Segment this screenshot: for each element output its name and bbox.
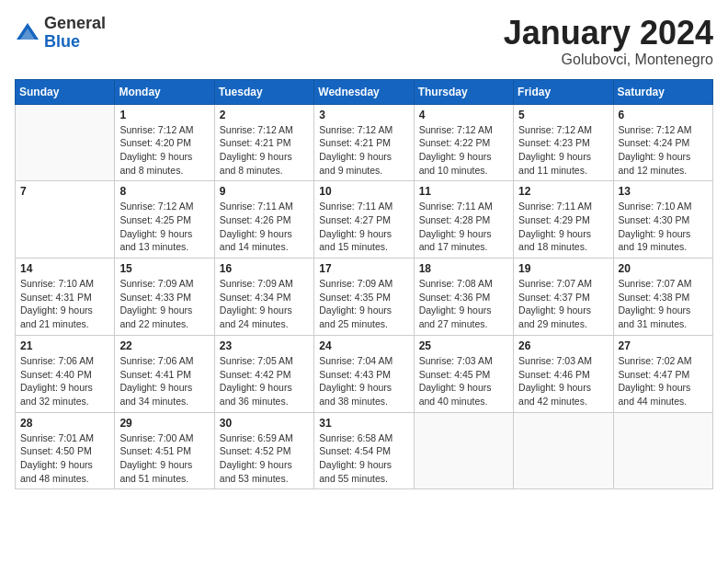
- day-info: Sunrise: 7:01 AMSunset: 4:50 PMDaylight:…: [20, 431, 109, 486]
- table-row: 3Sunrise: 7:12 AMSunset: 4:21 PMDaylight…: [314, 104, 414, 181]
- day-number: 12: [518, 185, 608, 198]
- table-row: 27Sunrise: 7:02 AMSunset: 4:47 PMDayligh…: [613, 335, 712, 412]
- day-number: 1: [119, 109, 209, 121]
- table-row: 25Sunrise: 7:03 AMSunset: 4:45 PMDayligh…: [414, 335, 513, 412]
- table-row: 21Sunrise: 7:06 AMSunset: 4:40 PMDayligh…: [16, 335, 115, 412]
- day-number: 2: [220, 109, 309, 121]
- day-info: Sunrise: 7:09 AMSunset: 4:34 PMDaylight:…: [220, 277, 309, 331]
- day-number: 18: [419, 262, 508, 275]
- table-row: 28Sunrise: 7:01 AMSunset: 4:50 PMDayligh…: [16, 412, 115, 489]
- table-row: 6Sunrise: 7:12 AMSunset: 4:24 PMDaylight…: [613, 104, 712, 181]
- calendar-week-row: 21Sunrise: 7:06 AMSunset: 4:40 PMDayligh…: [16, 335, 713, 412]
- table-row: 17Sunrise: 7:09 AMSunset: 4:35 PMDayligh…: [314, 259, 414, 336]
- day-number: 26: [518, 339, 608, 352]
- logo: General Blue: [15, 15, 106, 52]
- day-info: Sunrise: 7:03 AMSunset: 4:45 PMDaylight:…: [419, 354, 508, 408]
- day-number: 10: [319, 185, 408, 198]
- day-number: 29: [119, 417, 209, 430]
- day-info: Sunrise: 7:12 AMSunset: 4:21 PMDaylight:…: [319, 123, 408, 178]
- day-number: 14: [20, 262, 109, 275]
- table-row: 29Sunrise: 7:00 AMSunset: 4:51 PMDayligh…: [115, 412, 214, 489]
- day-info: Sunrise: 6:59 AMSunset: 4:52 PMDaylight:…: [220, 431, 309, 486]
- day-info: Sunrise: 7:12 AMSunset: 4:23 PMDaylight:…: [518, 123, 608, 178]
- day-number: 17: [319, 262, 408, 275]
- day-number: 19: [518, 262, 608, 275]
- day-number: 6: [619, 109, 708, 121]
- day-number: 31: [319, 417, 408, 430]
- col-wednesday: Wednesday: [314, 79, 414, 104]
- table-row: 24Sunrise: 7:04 AMSunset: 4:43 PMDayligh…: [314, 335, 414, 412]
- day-info: Sunrise: 7:11 AMSunset: 4:29 PMDaylight:…: [518, 200, 608, 254]
- month-title: January 2024: [504, 15, 713, 52]
- day-info: Sunrise: 7:06 AMSunset: 4:40 PMDaylight:…: [20, 354, 109, 408]
- day-info: Sunrise: 7:00 AMSunset: 4:51 PMDaylight:…: [119, 431, 209, 486]
- day-info: Sunrise: 7:08 AMSunset: 4:36 PMDaylight:…: [419, 277, 508, 331]
- day-info: Sunrise: 7:12 AMSunset: 4:25 PMDaylight:…: [119, 200, 209, 254]
- table-row: [514, 412, 613, 489]
- table-row: 22Sunrise: 7:06 AMSunset: 4:41 PMDayligh…: [115, 335, 214, 412]
- col-monday: Monday: [115, 79, 214, 104]
- day-info: Sunrise: 7:12 AMSunset: 4:21 PMDaylight:…: [220, 123, 309, 178]
- day-info: Sunrise: 7:11 AMSunset: 4:27 PMDaylight:…: [319, 200, 408, 254]
- calendar-table: Sunday Monday Tuesday Wednesday Thursday…: [15, 79, 713, 490]
- table-row: 5Sunrise: 7:12 AMSunset: 4:23 PMDaylight…: [514, 104, 613, 181]
- day-info: Sunrise: 7:10 AMSunset: 4:31 PMDaylight:…: [20, 277, 109, 331]
- col-saturday: Saturday: [613, 79, 712, 104]
- day-number: 21: [20, 339, 109, 352]
- calendar-week-row: 1Sunrise: 7:12 AMSunset: 4:20 PMDaylight…: [16, 104, 713, 181]
- day-number: 20: [619, 262, 708, 275]
- day-number: 5: [518, 109, 608, 121]
- day-info: Sunrise: 7:11 AMSunset: 4:28 PMDaylight:…: [419, 200, 508, 254]
- day-number: 28: [20, 417, 109, 430]
- calendar-week-row: 78Sunrise: 7:12 AMSunset: 4:25 PMDayligh…: [16, 181, 713, 259]
- day-number: 3: [319, 109, 408, 121]
- day-number: 16: [220, 262, 309, 275]
- logo-blue: Blue: [44, 33, 106, 52]
- table-row: 31Sunrise: 6:58 AMSunset: 4:54 PMDayligh…: [314, 412, 414, 489]
- day-info: Sunrise: 7:12 AMSunset: 4:24 PMDaylight:…: [619, 123, 708, 178]
- table-row: 26Sunrise: 7:03 AMSunset: 4:46 PMDayligh…: [514, 335, 613, 412]
- table-row: 23Sunrise: 7:05 AMSunset: 4:42 PMDayligh…: [214, 335, 313, 412]
- day-number: 30: [220, 417, 309, 430]
- day-info: Sunrise: 7:09 AMSunset: 4:35 PMDaylight:…: [319, 277, 408, 331]
- day-info: Sunrise: 7:11 AMSunset: 4:26 PMDaylight:…: [220, 200, 309, 254]
- table-row: 16Sunrise: 7:09 AMSunset: 4:34 PMDayligh…: [214, 259, 313, 336]
- table-row: 30Sunrise: 6:59 AMSunset: 4:52 PMDayligh…: [214, 412, 313, 489]
- day-number: 15: [119, 262, 209, 275]
- table-row: [613, 412, 712, 489]
- day-info: Sunrise: 7:12 AMSunset: 4:20 PMDaylight:…: [119, 123, 209, 178]
- table-row: 9Sunrise: 7:11 AMSunset: 4:26 PMDaylight…: [214, 181, 313, 259]
- day-info: Sunrise: 7:09 AMSunset: 4:33 PMDaylight:…: [119, 277, 209, 331]
- day-number: 22: [119, 339, 209, 352]
- day-info: Sunrise: 7:12 AMSunset: 4:22 PMDaylight:…: [419, 123, 508, 178]
- day-number: 24: [319, 339, 408, 352]
- day-info: Sunrise: 7:04 AMSunset: 4:43 PMDaylight:…: [319, 354, 408, 408]
- day-number: 27: [619, 339, 708, 352]
- day-info: Sunrise: 7:03 AMSunset: 4:46 PMDaylight:…: [518, 354, 608, 408]
- col-friday: Friday: [514, 79, 613, 104]
- day-number: 23: [220, 339, 309, 352]
- table-row: 8Sunrise: 7:12 AMSunset: 4:25 PMDaylight…: [115, 181, 214, 259]
- day-info: Sunrise: 7:02 AMSunset: 4:47 PMDaylight:…: [619, 354, 708, 408]
- day-number: 8: [119, 185, 209, 198]
- title-block: January 2024 Golubovci, Montenegro: [504, 15, 713, 68]
- table-row: 14Sunrise: 7:10 AMSunset: 4:31 PMDayligh…: [16, 259, 115, 336]
- table-row: 2Sunrise: 7:12 AMSunset: 4:21 PMDaylight…: [214, 104, 313, 181]
- calendar-week-row: 28Sunrise: 7:01 AMSunset: 4:50 PMDayligh…: [16, 412, 713, 489]
- day-number: 11: [419, 185, 508, 198]
- day-info: Sunrise: 6:58 AMSunset: 4:54 PMDaylight:…: [319, 431, 408, 486]
- table-row: 7: [16, 181, 115, 259]
- table-row: [16, 104, 115, 181]
- calendar-week-row: 14Sunrise: 7:10 AMSunset: 4:31 PMDayligh…: [16, 259, 713, 336]
- logo-text: General Blue: [44, 15, 106, 52]
- day-info: Sunrise: 7:10 AMSunset: 4:30 PMDaylight:…: [619, 200, 708, 254]
- table-row: 19Sunrise: 7:07 AMSunset: 4:37 PMDayligh…: [514, 259, 613, 336]
- day-number: 13: [619, 185, 708, 198]
- table-row: [414, 412, 513, 489]
- logo-icon: [15, 21, 40, 47]
- table-row: 15Sunrise: 7:09 AMSunset: 4:33 PMDayligh…: [115, 259, 214, 336]
- day-number: 25: [419, 339, 508, 352]
- table-row: 1Sunrise: 7:12 AMSunset: 4:20 PMDaylight…: [115, 104, 214, 181]
- table-row: 4Sunrise: 7:12 AMSunset: 4:22 PMDaylight…: [414, 104, 513, 181]
- table-row: 18Sunrise: 7:08 AMSunset: 4:36 PMDayligh…: [414, 259, 513, 336]
